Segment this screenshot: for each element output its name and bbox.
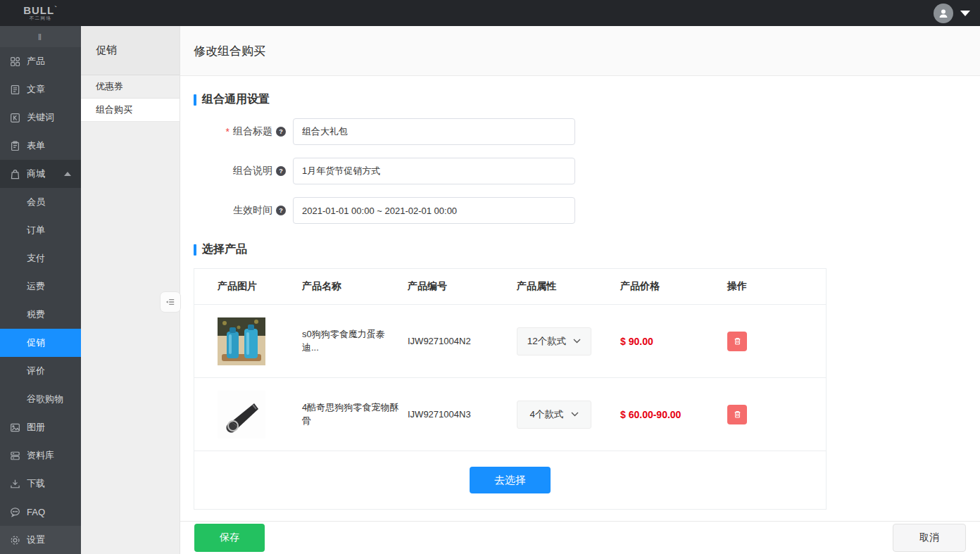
sidebar-item-articles[interactable]: 文章 xyxy=(0,75,81,103)
effective-time-input[interactable] xyxy=(293,197,575,224)
sidebar-item-label: FAQ xyxy=(27,507,45,517)
help-icon[interactable]: ? xyxy=(276,127,286,137)
top-bar: BULL` 不二网络 xyxy=(0,0,980,26)
secondary-sidebar: 促销 优惠券 组合购买 xyxy=(81,26,180,554)
app-logo[interactable]: BULL` 不二网络 xyxy=(0,5,81,21)
sidebar-item-products[interactable]: 产品 xyxy=(0,47,81,75)
col-header-price: 产品价格 xyxy=(620,280,727,293)
combo-description-input[interactable] xyxy=(293,158,575,184)
product-attribute-select[interactable]: 12个款式 xyxy=(517,327,591,355)
gear-icon xyxy=(10,535,20,546)
col-header-attribute: 产品属性 xyxy=(517,280,620,293)
subnav-item-combo[interactable]: 组合购买 xyxy=(81,99,180,122)
field-label-effective-time: 生效时间 ? xyxy=(194,204,286,217)
chevron-down-icon[interactable] xyxy=(960,11,970,16)
product-name: 4酷奇思狗狗零食宠物酥骨 xyxy=(302,401,408,427)
form-row-title: * 组合标题 ? xyxy=(194,118,967,145)
database-icon xyxy=(10,451,20,461)
product-code: IJW9271004N3 xyxy=(408,409,517,420)
sidebar-collapse-handle[interactable]: ‖ xyxy=(0,26,81,47)
table-footer-row: 去选择 xyxy=(194,451,826,509)
table-row: 4酷奇思狗狗零食宠物酥骨 IJW9271004N3 4个款式 $ 60.00-9… xyxy=(194,378,826,451)
subnav-title: 促销 xyxy=(81,26,180,75)
choose-products-button[interactable]: 去选择 xyxy=(470,467,551,493)
col-header-name: 产品名称 xyxy=(302,280,408,293)
subnav-collapse-toggle[interactable] xyxy=(160,291,181,313)
sidebar-item-label: 资料库 xyxy=(27,449,54,462)
col-header-image: 产品图片 xyxy=(218,280,302,293)
col-header-code: 产品编号 xyxy=(408,280,517,293)
section-general-settings: 组合通用设置 xyxy=(194,92,967,107)
sidebar-item-shipping[interactable]: 运费 xyxy=(0,272,81,301)
field-label-title: * 组合标题 ? xyxy=(194,125,286,138)
grid-icon xyxy=(10,56,20,67)
sidebar-item-download[interactable]: 下载 xyxy=(0,470,81,498)
collapse-menu-icon xyxy=(165,296,176,308)
trash-icon xyxy=(733,410,742,419)
chevron-down-icon xyxy=(571,412,579,417)
delete-product-button[interactable] xyxy=(727,405,747,424)
sidebar-item-gallery[interactable]: 图册 xyxy=(0,413,81,441)
sidebar-item-faq[interactable]: FAQ xyxy=(0,498,81,526)
cancel-button[interactable]: 取消 xyxy=(893,524,966,552)
sidebar-item-orders[interactable]: 订单 xyxy=(0,216,81,244)
logo-subtext: 不二网络 xyxy=(30,16,52,21)
sidebar-item-label: 表单 xyxy=(27,139,45,152)
shopping-bag-icon xyxy=(10,169,20,180)
keyword-icon xyxy=(10,113,20,123)
trash-icon xyxy=(733,336,742,346)
footer-action-bar: 保存 取消 xyxy=(180,521,980,554)
sidebar-item-members[interactable]: 会员 xyxy=(0,188,81,216)
sidebar-item-forms[interactable]: 表单 xyxy=(0,132,81,160)
product-price: $ 90.00 xyxy=(620,336,727,347)
table-header-row: 产品图片 产品名称 产品编号 产品属性 产品价格 操作 xyxy=(194,269,826,305)
sidebar-item-label: 下载 xyxy=(27,477,45,490)
required-asterisk: * xyxy=(226,126,230,137)
clipboard-icon xyxy=(10,141,20,151)
product-name: s0狗狗零食魔力蛋泰迪... xyxy=(302,328,408,353)
sidebar-item-settings[interactable]: 设置 xyxy=(0,526,81,554)
section-select-products: 选择产品 xyxy=(194,242,967,257)
chevron-down-icon xyxy=(573,339,581,344)
sidebar-item-label: 产品 xyxy=(27,55,45,68)
combo-title-input[interactable] xyxy=(293,118,575,145)
subnav-item-coupons[interactable]: 优惠券 xyxy=(81,75,180,99)
sidebar-item-promotion[interactable]: 促销 xyxy=(0,329,81,357)
col-header-actions: 操作 xyxy=(727,280,826,293)
sidebar-item-payment[interactable]: 支付 xyxy=(0,244,81,272)
user-avatar[interactable] xyxy=(934,4,953,23)
product-image xyxy=(218,391,265,439)
product-attribute-select[interactable]: 4个款式 xyxy=(517,401,591,429)
chat-bubble-icon xyxy=(10,507,20,517)
table-row: s0狗狗零食魔力蛋泰迪... IJW9271004N2 12个款式 $ 90.0… xyxy=(194,305,826,378)
sidebar-item-label: 关键词 xyxy=(27,111,54,124)
sidebar-item-label: 设置 xyxy=(27,534,45,546)
chevron-up-icon xyxy=(64,172,71,176)
delete-product-button[interactable] xyxy=(727,332,747,351)
section-accent-bar xyxy=(194,244,196,256)
document-icon xyxy=(10,84,20,95)
primary-sidebar: ‖ 产品 文章 关键词 表单 商城 会员 订单 支付 运费 税费 促销 评价 xyxy=(0,26,81,554)
content-area: 组合通用设置 * 组合标题 ? 组合说明 ? 生效时间 ? xyxy=(180,77,980,521)
product-price: $ 60.00-90.00 xyxy=(620,409,727,420)
sidebar-item-label: 商城 xyxy=(27,168,45,180)
sidebar-item-label: 文章 xyxy=(27,83,45,96)
sidebar-item-google-shopping[interactable]: 谷歌购物 xyxy=(0,385,81,413)
form-row-description: 组合说明 ? xyxy=(194,158,967,184)
person-icon xyxy=(938,8,949,19)
help-icon[interactable]: ? xyxy=(276,206,286,215)
field-label-description: 组合说明 ? xyxy=(194,165,286,177)
image-icon xyxy=(10,422,20,433)
main-panel: 修改组合购买 组合通用设置 * 组合标题 ? 组合说明 ? 生效时间 ? xyxy=(180,26,980,554)
page-title: 修改组合购买 xyxy=(194,43,265,59)
sidebar-item-reviews[interactable]: 评价 xyxy=(0,357,81,385)
logo-text: BULL` xyxy=(23,5,58,15)
page-header: 修改组合购买 xyxy=(180,26,980,76)
sidebar-item-label: 图册 xyxy=(27,421,45,434)
sidebar-item-library[interactable]: 资料库 xyxy=(0,441,81,470)
help-icon[interactable]: ? xyxy=(276,166,286,176)
sidebar-item-keywords[interactable]: 关键词 xyxy=(0,103,81,132)
sidebar-item-mall[interactable]: 商城 xyxy=(0,160,81,188)
sidebar-item-tax[interactable]: 税费 xyxy=(0,301,81,329)
save-button[interactable]: 保存 xyxy=(194,524,265,552)
